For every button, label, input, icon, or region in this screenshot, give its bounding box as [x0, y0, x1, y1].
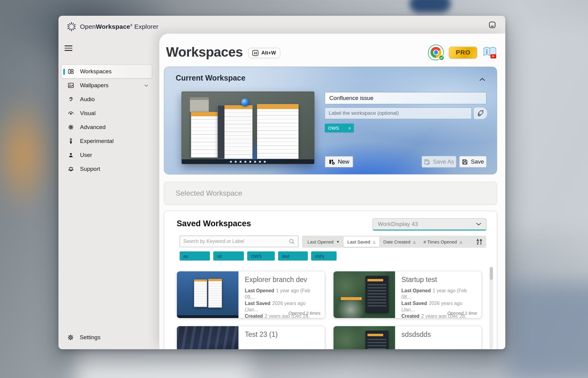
workspace-preview-thumbnail[interactable] [181, 91, 314, 164]
workspace-thumbnail [334, 326, 395, 349]
test-tube-icon [67, 138, 75, 144]
settings-label: Settings [80, 334, 101, 341]
workspace-tag-chip[interactable]: OWS x [325, 124, 354, 132]
hotkey-key-icon: H [252, 50, 258, 56]
sort-direction-up-icon: △ [413, 240, 416, 244]
preview-window-shape [218, 105, 253, 159]
sort-option-date-created[interactable]: Date Created △ [379, 237, 420, 247]
search-box [180, 236, 298, 247]
sidebar-item-settings[interactable]: Settings [61, 330, 152, 344]
save-as-button[interactable]: Save As [422, 156, 456, 167]
sidebar-item-visual[interactable]: Visual [61, 106, 152, 120]
sidebar-nav: Workspaces Wallpapers Audio [61, 65, 152, 176]
app-logo: OpenWorkspace®Explorer [66, 22, 158, 32]
save-button[interactable]: Save [459, 156, 487, 167]
cards-scrollbar[interactable] [489, 267, 493, 349]
new-workspace-icon [329, 159, 335, 165]
opened-count: Opened 2 times [288, 310, 321, 316]
help-guide-video-icon[interactable] [482, 46, 497, 59]
thumbnail-window-shape [208, 279, 222, 308]
sidebar-item-workspaces[interactable]: Workspaces [61, 65, 152, 78]
preview-window-shape [190, 97, 209, 112]
scrollbar-thumb[interactable] [490, 267, 493, 280]
filter-tag-chip[interactable]: shjhj [311, 251, 337, 260]
ear-icon [67, 96, 75, 103]
collapse-chevron-up-icon[interactable] [479, 75, 490, 84]
chip-gear-icon [67, 124, 75, 131]
selected-workspace-section[interactable]: Selected Workspace [164, 182, 497, 205]
workspaces-icon [67, 68, 75, 75]
workspace-name-input[interactable] [325, 92, 487, 104]
save-icon [462, 159, 468, 165]
alphabetical-sort-toggle[interactable]: AZ [477, 238, 483, 245]
current-workspace-section: Current Workspace O [164, 67, 497, 174]
wallpapers-icon [67, 82, 75, 89]
sort-direction-down-icon: ▼ [336, 240, 340, 244]
saved-workspaces-title: Saved Workspaces [177, 219, 251, 228]
backdrop-blob [410, 0, 451, 13]
sidebar-item-label: Advanced [80, 124, 106, 131]
sort-bar: Last Opened ▼ Last Saved △ Date Created … [302, 236, 486, 248]
sort-direction-up-icon: △ [460, 240, 462, 244]
add-tag-icon[interactable] [474, 108, 487, 119]
search-input[interactable] [183, 239, 289, 244]
sidebar-item-label: Workspaces [80, 68, 111, 75]
filter-tag-chip[interactable]: as [180, 251, 210, 260]
workspace-card[interactable]: Startup test Last Opened1 year ago (Feb … [333, 271, 482, 318]
sidebar-item-label: Visual [80, 110, 95, 117]
workspace-card-body: Explorer branch dev Last Opened1 year ag… [239, 271, 325, 318]
search-icon [289, 238, 295, 244]
workspace-card[interactable]: Test 23 (1) [177, 326, 325, 349]
chevron-down-icon [145, 85, 148, 87]
filter-tag-chip[interactable]: sd [213, 251, 244, 260]
sidebar-item-label: Audio [80, 96, 95, 103]
active-indicator [63, 69, 65, 75]
workspace-card-title: sdsdsdds [401, 330, 477, 339]
gear-icon [67, 334, 75, 341]
new-workspace-button[interactable]: New [325, 156, 353, 167]
eye-icon [67, 110, 75, 117]
workspace-card-title: Test 23 (1) [245, 330, 320, 339]
workspace-label-input[interactable] [325, 108, 472, 119]
workspace-card-body: sdsdsdds [395, 326, 481, 349]
sidebar-item-wallpapers[interactable]: Wallpapers [61, 78, 152, 92]
workspace-card[interactable]: Explorer branch dev Last Opened1 year ag… [177, 271, 325, 318]
sort-option-times-opened[interactable]: # Times Opened △ [420, 237, 466, 247]
filter-tag-row: as sd OWS dad shjhj [180, 251, 337, 260]
thumbnail-window-shape [194, 279, 207, 307]
thumbnail-window-shape [341, 297, 362, 300]
thumbnail-taskbar [177, 315, 238, 318]
desktop-background: OpenWorkspace®Explorer Workspaces [0, 0, 588, 378]
chrome-browser-icon[interactable] [428, 45, 444, 60]
selected-workspace-title: Selected Workspace [176, 189, 242, 197]
sidebar-item-advanced[interactable]: Advanced [61, 120, 152, 134]
sort-direction-up-icon: △ [373, 240, 375, 244]
filter-tag-chip[interactable]: dad [278, 251, 308, 260]
page-title: Workspaces [166, 45, 243, 60]
opened-count: Opened 1 time [447, 310, 477, 316]
page-header: Workspaces H Alt+W [166, 45, 280, 60]
hotkey-badge: H Alt+W [248, 48, 280, 58]
check-badge-icon [439, 55, 444, 61]
hamburger-menu-icon[interactable] [65, 44, 74, 52]
thumbnail-window-shape [366, 276, 388, 312]
minimize-to-tray-icon[interactable] [488, 20, 498, 30]
workspace-card[interactable]: sdsdsdds [333, 326, 482, 349]
display-selector-dropdown[interactable]: WorkDisplay 43 [373, 218, 487, 230]
workspace-card-grid: Explorer branch dev Last Opened1 year ag… [177, 271, 483, 349]
header-icon-cluster: PRO [428, 45, 497, 60]
remove-tag-icon[interactable]: x [349, 126, 351, 130]
workspace-card-body: Test 23 (1) [239, 326, 325, 349]
sidebar-item-experimental[interactable]: Experimental [61, 134, 152, 148]
sidebar-item-audio[interactable]: Audio [61, 92, 152, 106]
filter-tag-chip[interactable]: OWS [247, 251, 275, 260]
sidebar-item-user[interactable]: User [61, 148, 152, 162]
sort-option-last-opened[interactable]: Last Opened ▼ [304, 237, 344, 247]
sidebar-item-support[interactable]: Support [61, 162, 152, 176]
backdrop-blob [506, 282, 588, 378]
people-icon [67, 166, 75, 172]
starburst-logo-icon [66, 22, 77, 32]
sort-option-last-saved[interactable]: Last Saved △ [344, 237, 380, 247]
pro-upgrade-button[interactable]: PRO [449, 47, 477, 58]
preview-browser-orb [241, 98, 249, 106]
